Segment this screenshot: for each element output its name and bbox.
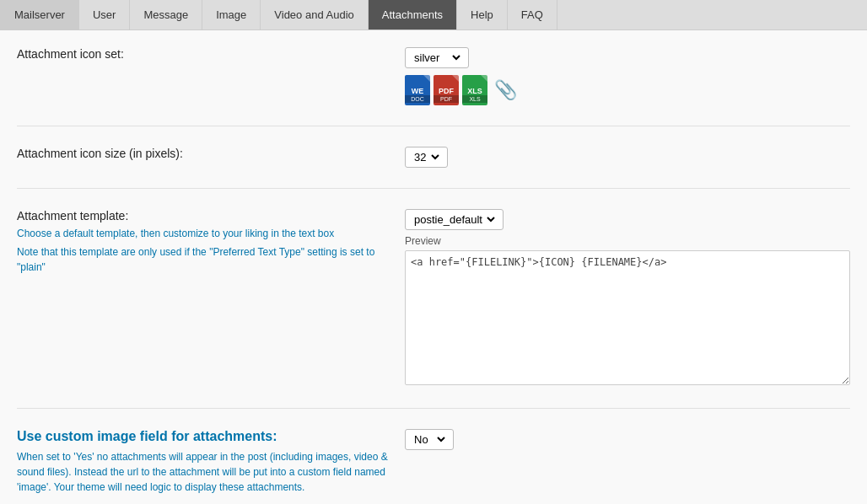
- nav-item-faq[interactable]: FAQ: [508, 0, 557, 29]
- nav-bar: Mailserver User Message Image Video and …: [0, 0, 867, 30]
- iconset-select-wrapper[interactable]: silver default classic: [405, 47, 469, 68]
- main-content: Attachment icon set: silver default clas…: [0, 30, 867, 504]
- nav-item-mailserver[interactable]: Mailserver: [0, 0, 79, 29]
- iconsize-label: Attachment icon size (in pixels):: [17, 147, 388, 160]
- custom-image-select[interactable]: No Yes: [411, 432, 448, 447]
- iconsize-control: 16 24 32 48 64: [405, 147, 850, 168]
- template-row: Attachment template: Choose a default te…: [17, 209, 850, 409]
- custom-image-row: Use custom image field for attachments: …: [17, 429, 850, 504]
- template-label: Attachment template:: [17, 209, 388, 223]
- xls-icon: XLS XLS: [462, 75, 487, 105]
- pdf-icon: PDF PDF: [434, 75, 459, 105]
- template-hint1: Choose a default template, then customiz…: [17, 226, 388, 241]
- nav-item-attachments[interactable]: Attachments: [369, 0, 457, 29]
- iconset-select[interactable]: silver default classic: [411, 51, 463, 65]
- paperclip-icon: 📎: [494, 79, 517, 101]
- nav-item-message[interactable]: Message: [130, 0, 202, 29]
- iconsize-select-wrapper[interactable]: 16 24 32 48 64: [405, 147, 448, 168]
- preview-label: Preview: [405, 235, 850, 247]
- template-control: postie_default custom Preview: [405, 209, 850, 388]
- doc-icon: WE DOC: [405, 75, 430, 105]
- iconsize-select[interactable]: 16 24 32 48 64: [411, 150, 442, 164]
- icon-preview-row: WE DOC PDF PDF XLS XLS 📎: [405, 75, 850, 105]
- custom-image-select-wrapper[interactable]: No Yes: [405, 429, 454, 450]
- nav-item-image[interactable]: Image: [202, 0, 261, 29]
- template-select-wrapper[interactable]: postie_default custom: [405, 209, 504, 230]
- nav-item-help[interactable]: Help: [457, 0, 508, 29]
- custom-image-label: Use custom image field for attachments:: [17, 429, 388, 444]
- custom-image-hint: When set to 'Yes' no attachments will ap…: [17, 449, 388, 495]
- iconset-label: Attachment icon set:: [17, 47, 388, 61]
- iconsize-row: Attachment icon size (in pixels): 16 24 …: [17, 147, 850, 189]
- nav-item-user[interactable]: User: [79, 0, 130, 29]
- template-hint2: Note that this template are only used if…: [17, 244, 388, 275]
- nav-item-video-audio[interactable]: Video and Audio: [261, 0, 368, 29]
- template-select[interactable]: postie_default custom: [411, 212, 498, 227]
- custom-image-control: No Yes: [405, 429, 850, 450]
- template-preview-textarea[interactable]: [405, 250, 850, 385]
- iconset-row: Attachment icon set: silver default clas…: [17, 47, 850, 126]
- iconset-control: silver default classic WE DOC PDF PDF: [405, 47, 850, 105]
